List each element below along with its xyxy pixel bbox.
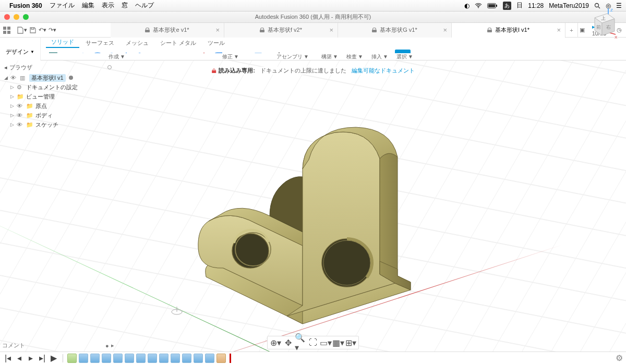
svg-rect-7 — [7, 27, 10, 30]
feature-extrude[interactable] — [205, 354, 214, 363]
comment-bar[interactable]: コメント●▸ — [2, 342, 114, 349]
axis-x-label: X — [615, 35, 618, 40]
feature-extrude[interactable] — [159, 354, 168, 363]
mac-menubar: Fusion 360 ファイル 編集 表示 窓 ヘルプ ◐ あ 日 11:28 … — [0, 0, 626, 11]
quick-access-row: ▾ ↶▾ ↷▾ 基本形状e v1*× 基本形状f v2*× 基本形状G v1*×… — [0, 23, 626, 38]
feature-extrude[interactable] — [148, 354, 157, 363]
model-3d[interactable] — [172, 107, 443, 354]
menubar-time[interactable]: 11:28 — [528, 2, 544, 9]
feature-sketch[interactable] — [67, 354, 77, 363]
headphones-icon[interactable]: ◐ — [464, 2, 469, 9]
timeline-prev-icon[interactable]: ◂ — [15, 354, 24, 363]
tree-item-sketches[interactable]: ▷👁📁スケッチ — [3, 120, 112, 129]
ime-icon[interactable]: あ — [503, 2, 511, 10]
redo-icon[interactable]: ↷▾ — [49, 25, 56, 36]
feature-extrude[interactable] — [182, 354, 191, 363]
menubar-day[interactable]: 日 — [516, 1, 523, 10]
tree-item-bodies[interactable]: ▷👁📁ボディ — [3, 111, 112, 120]
menubar-user[interactable]: MetaTeru2019 — [549, 2, 589, 9]
close-tab-icon[interactable]: × — [557, 26, 561, 34]
browser-panel: ◂ ブラウザ ◢👁▥基本形状I v1 ▷⚙ドキュメントの設定 ▷📁ビュー管理 ▷… — [2, 63, 114, 129]
feature-extrude[interactable] — [90, 354, 100, 363]
feature-fillet[interactable] — [216, 354, 226, 363]
doc-tab-3[interactable]: 基本形状I v1*× — [452, 23, 565, 38]
fit-icon[interactable]: ⛶ — [307, 337, 319, 348]
viewport-layout-icon[interactable]: ⊞▾ — [345, 337, 356, 348]
feature-extrude[interactable] — [194, 354, 203, 363]
tree-item-origin[interactable]: ▷👁📁原点 — [3, 101, 112, 111]
menu-view[interactable]: 表示 — [102, 1, 114, 10]
lookat-icon[interactable]: ▭▾ — [320, 337, 331, 348]
comment-chevron-icon[interactable]: ▸ — [111, 342, 114, 349]
file-dropdown-icon[interactable]: ▾ — [17, 25, 27, 36]
browser-collapse-icon[interactable]: ◂ — [4, 64, 7, 71]
window-titlebar: Autodesk Fusion 360 (個人用 - 商用利用不可) — [0, 11, 626, 23]
close-tab-icon[interactable]: × — [443, 26, 447, 34]
group-label-construct[interactable]: 構築▼ — [317, 53, 342, 60]
tree-root[interactable]: ◢👁▥基本形状I v1 — [3, 73, 112, 82]
timeline-next-icon[interactable]: ▸ — [26, 354, 35, 363]
menu-edit[interactable]: 編集 — [82, 1, 94, 10]
svg-text:右: 右 — [606, 25, 611, 30]
ribbon-tab-solid[interactable]: ソリッド — [46, 37, 79, 48]
ribbon-tab-mesh[interactable]: メッシュ — [121, 38, 154, 48]
group-label-create[interactable]: 作成▼ — [41, 53, 193, 60]
readonly-link[interactable]: 編集可能なドキュメント — [352, 67, 415, 75]
svg-rect-8 — [3, 31, 6, 34]
svg-rect-9 — [7, 31, 10, 34]
doc-tab-label: 基本形状f v2* — [268, 26, 302, 34]
feature-extrude[interactable] — [136, 354, 146, 363]
browser-title: ブラウザ — [9, 64, 32, 71]
tree-item-docsettings[interactable]: ▷⚙ドキュメントの設定 — [3, 82, 112, 92]
timeline-marker[interactable] — [230, 354, 231, 363]
timeline-end-icon[interactable]: ▸| — [38, 354, 47, 363]
timeline: |◂ ◂ ▸ ▸| ▶ ⚙ — [0, 351, 626, 364]
timeline-start-icon[interactable]: |◂ — [3, 354, 13, 363]
close-tab-icon[interactable]: × — [215, 26, 220, 34]
svg-rect-3 — [496, 5, 497, 7]
menu-window[interactable]: 窓 — [122, 1, 128, 10]
tree-item-views[interactable]: ▷📁ビュー管理 — [3, 92, 112, 101]
feature-extrude[interactable] — [171, 354, 180, 363]
display-icon[interactable]: ▦▾ — [332, 337, 344, 348]
ribbon-tab-surface[interactable]: サーフェス — [80, 38, 119, 48]
doc-tab-0[interactable]: 基本形状e v1*× — [111, 23, 224, 38]
comment-expand-icon[interactable]: ● — [105, 343, 109, 349]
ribbon-tab-sheetmetal[interactable]: シート メタル — [155, 38, 201, 48]
menu-help[interactable]: ヘルプ — [135, 1, 154, 10]
viewcube[interactable]: Z X 上 前 右 — [584, 7, 618, 41]
minimize-window-button[interactable] — [14, 14, 19, 20]
doc-tab-2[interactable]: 基本形状G v1*× — [338, 23, 452, 38]
group-label-select[interactable]: 選択▼ — [392, 53, 417, 60]
group-label-modify[interactable]: 修正▼ — [193, 53, 268, 60]
radio-icon[interactable] — [69, 76, 73, 80]
wifi-icon[interactable] — [475, 3, 482, 8]
pan-icon[interactable]: ✥ — [282, 337, 294, 348]
timeline-play-icon[interactable]: ▶ — [49, 354, 58, 363]
maximize-window-button[interactable] — [23, 14, 29, 20]
feature-extrude[interactable] — [125, 354, 134, 363]
close-window-button[interactable] — [4, 14, 10, 20]
group-label-inspect[interactable]: 検査▼ — [342, 53, 367, 60]
group-label-insert[interactable]: 挿入▼ — [367, 53, 392, 60]
group-label-assembly[interactable]: アセンブリ▼ — [268, 53, 317, 60]
undo-icon[interactable]: ↶▾ — [39, 25, 46, 36]
battery-icon[interactable] — [487, 3, 498, 8]
menu-file[interactable]: ファイル — [50, 1, 75, 10]
readonly-label: 読み込み専用: — [211, 67, 255, 75]
timeline-settings-icon[interactable]: ⚙ — [616, 353, 623, 363]
close-tab-icon[interactable]: × — [329, 26, 333, 34]
zoom-icon[interactable]: 🔍▾ — [295, 337, 306, 348]
ribbon-tab-tools[interactable]: ツール — [202, 38, 230, 48]
feature-extrude[interactable] — [102, 354, 111, 363]
data-panel-icon[interactable] — [3, 25, 10, 36]
feature-extrude[interactable] — [79, 354, 88, 363]
orbit-icon[interactable]: ⊕▾ — [270, 337, 281, 348]
document-tabs: 基本形状e v1*× 基本形状f v2*× 基本形状G v1*× 基本形状I v… — [111, 23, 578, 38]
browser-options-icon[interactable] — [107, 65, 112, 69]
app-name[interactable]: Fusion 360 — [9, 2, 42, 9]
new-tab-button[interactable]: + — [565, 23, 578, 38]
save-icon[interactable] — [29, 25, 37, 36]
feature-extrude[interactable] — [113, 354, 123, 363]
doc-tab-1[interactable]: 基本形状f v2*× — [224, 23, 338, 38]
